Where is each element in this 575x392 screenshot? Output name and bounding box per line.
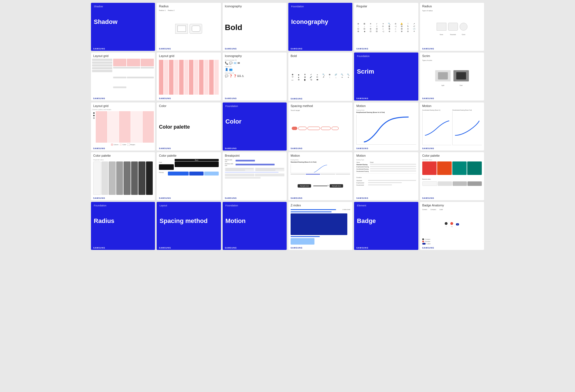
card-spacing-blue[interactable]: Layout Spacing method SAMSUNG [157,202,221,250]
card-zindex-content: z-index level [288,208,352,246]
card-icons-bold[interactable]: Bold ⊕■✕✓≡🔍⊖🔗🔍🔍 ♡♥★🎤✂↗↑↓++ —⊙🗑◁👁 SAMSUNG [288,53,352,101]
card-radius-title: Radius [157,3,221,8]
card-iconography-blue-title: Foundation [288,3,352,8]
card-motion-table-title: Motion [354,152,418,158]
card-scrim-title: Foundation [354,53,418,58]
card-shadow-title: Shadow [91,3,155,8]
card-shadow-label: Shadow [91,19,155,25]
samsung-logo-12: SAMSUNG [420,96,484,101]
card-badge-anatomy[interactable]: Badge Anatomy ContentCompactLabel • • 1 … [420,202,484,250]
card-motion-easing-2-content: Easing times Standard Easing (Ease In & … [288,158,352,176]
card-icons-comm-title: Iconography [223,53,287,58]
card-gray-palette-2-content: Dark Black Primary [157,158,221,196]
card-badge-blue-title: Element [354,202,418,207]
samsung-logo-18: SAMSUNG [420,146,484,151]
card-color-blue-title: Foundation [223,102,287,108]
samsung-logo-21: SAMSUNG [223,196,287,200]
motion-btn-sample[interactable]: Sample text [298,184,311,188]
samsung-logo-7: SAMSUNG [91,96,155,101]
samsung-logo-17: SAMSUNG [354,146,418,151]
motion-arrow [313,186,327,186]
card-spacing-main: Touch target [288,108,352,146]
card-accent-colors[interactable]: Color palette Semantic colors Neutral co… [420,152,484,200]
card-radius-blue-label: Radius [91,218,155,224]
card-badge-anatomy-content: ContentCompactLabel • • 1 1 [420,208,484,246]
card-motion-blue[interactable]: Foundation Motion SAMSUNG [223,202,287,250]
samsung-logo-10: SAMSUNG [288,97,352,101]
card-zindex[interactable]: Z-index z-index level SAMSUNG [288,202,352,250]
card-layout-grid[interactable]: Layout grid [91,53,155,101]
card-radius-type-content: Type of radius None Rounded Circle [420,8,484,47]
card-spacing-content-title: Spacing method [288,102,352,108]
card-icons-bold-content: ⊕■✕✓≡🔍⊖🔗🔍🔍 ♡♥★🎤✂↗↑↓++ —⊙🗑◁👁 [288,58,352,96]
card-icons-comm-content: Communication (5) 📞💬📧✉ Actions (7) 👤👥 In… [223,58,287,96]
card-icons-regular-content: ⊕⊠✕✓≡🔍⊖🔔♡↗ ↑↓↔+⊙🗑◁⊞↻⏎ ⊡⊟⊛☰⌂⊠⌂⊞⊙🕐 ⊕◈⊡⊟◁⊛☆… [354,8,418,47]
card-breakpoint[interactable]: Breakpoint Mobile wide rule Desktop wide… [223,152,287,200]
samsung-logo-26: SAMSUNG [157,246,221,250]
samsung-logo-28: SAMSUNG [288,246,352,250]
samsung-logo-16: SAMSUNG [288,146,352,151]
samsung-logo-20: SAMSUNG [157,196,221,200]
card-color-palette-text[interactable]: Color Color palette SAMSUNG [157,102,221,151]
card-layout-grid-title: Layout grid [91,53,155,58]
card-color-blue[interactable]: Foundation Color SAMSUNG [223,102,287,151]
card-badge-blue-label: Badge [354,218,418,224]
card-gray-palette-title: Color palette [91,152,155,158]
main-grid: Shadow Shadow SAMSUNG Radius Radius 1Rad… [91,3,484,250]
motion-btn-sample-2[interactable]: Sample text [330,184,343,188]
card-radius-detail[interactable]: Radius Radius 1Radius 2 SAMSUNG [157,3,221,51]
samsung-logo-1: SAMSUNG [91,47,155,51]
card-motion-multi[interactable]: Motion Accelerated Easing (Ease In) Dece… [420,102,484,151]
samsung-logo-6: SAMSUNG [420,47,484,51]
card-scrim-types[interactable]: Scrim Type of scrim Light Dark SAMSUNG [420,53,484,101]
card-scrim[interactable]: Foundation Scrim SAMSUNG [354,53,418,101]
card-icons-bold-title: Bold [288,53,352,58]
card-gray-palette[interactable]: Color palette Grayscale colors SAMSUNG [91,152,155,200]
samsung-logo-29: SAMSUNG [354,246,418,250]
card-gray-palette-content: Grayscale colors [91,158,155,196]
card-motion-table[interactable]: Motion Easing Type Value Detail Standard… [354,152,418,200]
card-motion-blue-title: Foundation [223,202,287,207]
card-iconography-title: Iconography [223,3,287,8]
samsung-logo-2: SAMSUNG [157,47,221,51]
card-radius-type[interactable]: Radius Type of radius None Rounded Circl… [420,3,484,51]
card-motion-easing-2[interactable]: Motion Easing times Standard Easing (Eas… [288,152,352,200]
card-gray-palette-2-title: Color palette [157,152,221,158]
card-layout-detail-title: Layout grid [91,102,155,108]
samsung-logo-13: SAMSUNG [91,146,155,151]
card-iconography-bold[interactable]: Iconography Bold SAMSUNG [223,3,287,51]
card-breakpoint-content: Mobile wide rule Desktop wide rule [223,158,287,196]
samsung-logo-24: SAMSUNG [420,196,484,200]
card-accent-colors-title: Color palette [420,152,484,158]
card-color-palette-content: Color palette [157,108,221,146]
card-pink-columns-title: Layout grid [157,53,221,58]
card-layout-detail[interactable]: Layout grid Columns, gutters, and margin… [91,102,155,151]
card-layout-detail-content: Columns, gutters, and margins [91,108,155,146]
card-pink-columns[interactable]: Layout grid SAMSUNG [157,53,221,101]
card-scrim-types-content: Type of scrim Light Dark [420,58,484,96]
card-motion-multi-content: Accelerated Easing (Ease In) Decelerated… [420,108,484,146]
samsung-logo-15: SAMSUNG [223,146,287,151]
card-breakpoint-title: Breakpoint [223,152,287,158]
card-motion-easing-title: Motion [354,102,418,108]
card-icons-communication[interactable]: Iconography Communication (5) 📞💬📧✉ Actio… [223,53,287,101]
card-spacing-content[interactable]: Spacing method Touch target SAMSUNG [288,102,352,151]
card-badge-blue[interactable]: Element Badge SAMSUNG [354,202,418,250]
card-motion-blue-label: Motion [223,218,287,224]
card-shadow[interactable]: Shadow Shadow SAMSUNG [91,3,155,51]
card-radius-blue[interactable]: Foundation Radius SAMSUNG [91,202,155,250]
samsung-logo-8: SAMSUNG [157,96,221,101]
card-iconography-blue[interactable]: Foundation Iconography SAMSUNG [288,3,352,51]
card-iconography-content: Bold [223,8,287,47]
card-zindex-title: Z-index [288,202,352,208]
samsung-logo-23: SAMSUNG [354,196,418,200]
card-icons-regular-title: Regular [354,3,418,8]
card-layout-grid-content [91,58,155,96]
card-color-palette-title: Color [157,102,221,108]
card-icons-regular[interactable]: Regular ⊕⊠✕✓≡🔍⊖🔔♡↗ ↑↓↔+⊙🗑◁⊞↻⏎ ⊡⊟⊛☰⌂⊠⌂⊞⊙🕐… [354,3,418,51]
card-gray-palette-2[interactable]: Color palette Dark Black Primary [157,152,221,200]
card-badge-anatomy-title: Badge Anatomy [420,202,484,208]
card-motion-easing[interactable]: Motion Easing times Emphasized Easing (E… [354,102,418,151]
card-motion-table-content: Easing Type Value Detail Standard Easing… [354,158,418,196]
card-radius-content: Radius 1Radius 2 [157,8,221,47]
